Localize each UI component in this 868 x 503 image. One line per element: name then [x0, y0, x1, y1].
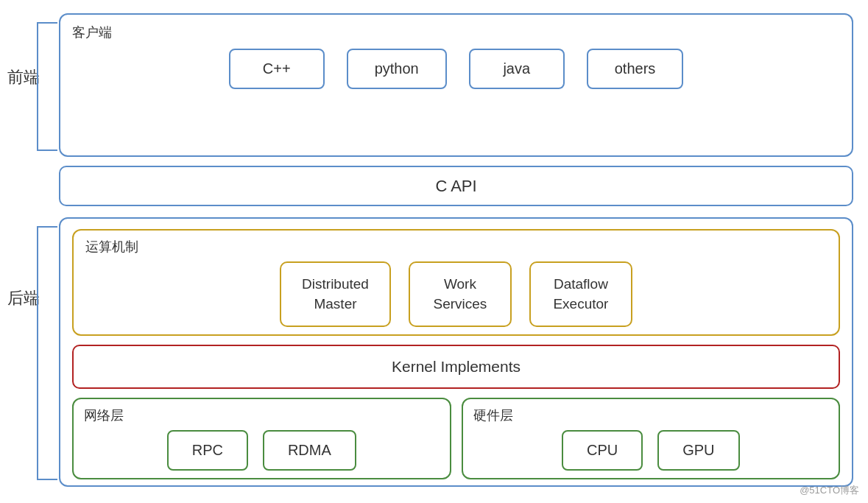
capi-box: C API: [59, 166, 853, 206]
hardware-label: 硬件层: [473, 407, 829, 424]
network-box: 网络层 RPC RDMA: [72, 398, 451, 479]
frontend-label: 前端: [7, 66, 40, 88]
dataflow-executor: DataflowExecutor: [529, 261, 632, 327]
backend-section: 运算机制 DistributedMaster WorkServices Data…: [59, 217, 853, 487]
rdma-item: RDMA: [263, 430, 356, 471]
backend-outer-box: 运算机制 DistributedMaster WorkServices Data…: [59, 217, 853, 487]
network-label: 网络层: [84, 407, 440, 424]
frontend-outer-box: 客户端 C++ python java others: [59, 13, 853, 157]
hardware-items: CPU GPU: [473, 430, 829, 471]
client-label: 客户端: [72, 24, 840, 41]
backend-label: 后端: [7, 287, 40, 309]
kernel-box: Kernel Implements: [72, 345, 840, 389]
computation-items: DistributedMaster WorkServices DataflowE…: [85, 261, 827, 327]
bottom-row: 网络层 RPC RDMA 硬件层 CPU GPU: [72, 398, 840, 479]
capi-section: C API: [59, 166, 853, 206]
computation-box: 运算机制 DistributedMaster WorkServices Data…: [72, 229, 840, 336]
cpu-item: CPU: [562, 430, 643, 471]
work-services: WorkServices: [409, 261, 512, 327]
computation-label: 运算机制: [85, 238, 827, 256]
watermark: @51CTO博客: [800, 484, 859, 497]
rpc-item: RPC: [167, 430, 248, 471]
frontend-bracket: [37, 22, 57, 151]
frontend-section: 客户端 C++ python java others: [59, 13, 853, 157]
hardware-box: 硬件层 CPU GPU: [462, 398, 841, 479]
client-java: java: [469, 49, 565, 89]
gpu-item: GPU: [657, 430, 739, 471]
diagram-container: 前端 后端 客户端 C++ python java others C API: [0, 0, 868, 503]
backend-bracket: [37, 226, 57, 480]
network-items: RPC RDMA: [84, 430, 440, 471]
client-python: python: [347, 49, 447, 89]
kernel-label: Kernel Implements: [392, 358, 521, 376]
client-others: others: [587, 49, 684, 89]
distributed-master: DistributedMaster: [280, 261, 391, 327]
capi-label: C API: [435, 177, 476, 196]
client-boxes: C++ python java others: [72, 49, 840, 89]
client-cpp: C++: [229, 49, 325, 89]
